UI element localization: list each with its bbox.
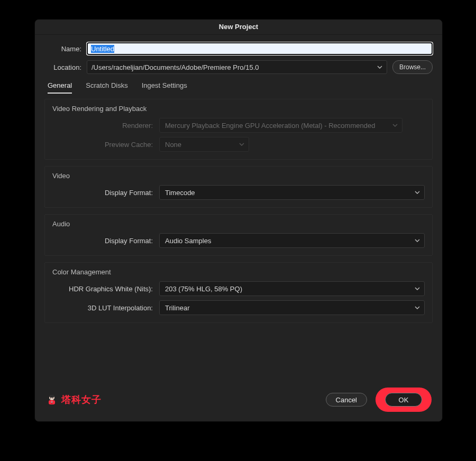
tabs: General Scratch Disks Ingest Settings: [44, 79, 433, 94]
hdr-row: HDR Graphics White (Nits): 203 (75% HLG,…: [52, 281, 425, 296]
hdr-select[interactable]: 203 (75% HLG, 58% PQ): [159, 281, 425, 296]
video-display-format-label: Display Format:: [52, 189, 159, 197]
audio-display-format-label: Display Format:: [52, 237, 159, 245]
renderer-row: Renderer: Mercury Playback Engine GPU Ac…: [52, 118, 425, 133]
lut-label: 3D LUT Interpolation:: [52, 304, 159, 312]
ok-label: OK: [399, 396, 409, 404]
group-rendering: Video Rendering and Playback Renderer: M…: [44, 99, 433, 160]
video-display-format-row: Display Format: Timecode: [52, 185, 425, 200]
renderer-value: Mercury Playback Engine GPU Acceleration…: [165, 122, 375, 130]
audio-display-format-select[interactable]: Audio Samples: [159, 233, 425, 248]
chevron-down-icon: [415, 191, 420, 194]
renderer-select: Mercury Playback Engine GPU Acceleration…: [159, 118, 402, 133]
chevron-down-icon: [239, 143, 244, 146]
hdr-label: HDR Graphics White (Nits):: [52, 285, 159, 293]
chevron-down-icon: [415, 306, 420, 309]
cancel-button[interactable]: Cancel: [326, 393, 367, 407]
lut-row: 3D LUT Interpolation: Trilinear: [52, 300, 425, 315]
group-rendering-title: Video Rendering and Playback: [52, 105, 425, 113]
svg-point-2: [52, 398, 53, 399]
group-video: Video Display Format: Timecode: [44, 166, 433, 208]
preview-cache-value: None: [165, 141, 181, 149]
chevron-down-icon: [377, 66, 382, 69]
cancel-label: Cancel: [336, 396, 357, 404]
chevron-down-icon: [392, 124, 398, 127]
location-value: /Users/racheljian/Documents/Adobe/Premie…: [91, 63, 259, 71]
lut-value: Trilinear: [165, 304, 189, 312]
tab-ingest-settings[interactable]: Ingest Settings: [142, 81, 187, 94]
dialog-footer: 3C 塔科女子 Cancel OK: [35, 388, 442, 421]
location-row: Location: /Users/racheljian/Documents/Ad…: [44, 60, 433, 74]
name-row: Name:: [44, 42, 433, 55]
svg-point-1: [50, 398, 51, 399]
group-audio-title: Audio: [52, 220, 425, 228]
new-project-dialog: New Project Name: Location: /Users/rache…: [34, 19, 443, 422]
ok-highlight: OK: [376, 388, 432, 412]
location-label: Location:: [44, 63, 87, 71]
hdr-value: 203 (75% HLG, 58% PQ): [165, 285, 242, 293]
video-display-format-select[interactable]: Timecode: [159, 185, 425, 200]
renderer-label: Renderer:: [52, 122, 159, 130]
preview-cache-select: None: [159, 137, 249, 152]
watermark-avatar-icon: 3C: [45, 393, 58, 406]
location-select[interactable]: /Users/racheljian/Documents/Adobe/Premie…: [87, 60, 387, 74]
tab-general[interactable]: General: [48, 81, 72, 94]
preview-cache-row: Preview Cache: None: [52, 137, 425, 152]
lut-select[interactable]: Trilinear: [159, 300, 425, 315]
group-audio: Audio Display Format: Audio Samples: [44, 214, 433, 256]
group-video-title: Video: [52, 172, 425, 180]
name-label: Name:: [44, 45, 87, 53]
group-color-title: Color Management: [52, 268, 425, 276]
ok-button[interactable]: OK: [385, 393, 422, 407]
audio-display-format-value: Audio Samples: [165, 237, 211, 245]
video-display-format-value: Timecode: [165, 189, 195, 197]
dialog-title: New Project: [35, 20, 442, 35]
tab-scratch-disks[interactable]: Scratch Disks: [86, 81, 127, 94]
group-color-management: Color Management HDR Graphics White (Nit…: [44, 262, 433, 323]
watermark-text: 塔科女子: [61, 393, 102, 406]
watermark-logo: 3C 塔科女子: [45, 393, 102, 406]
chevron-down-icon: [415, 287, 420, 290]
browse-label: Browse...: [399, 63, 426, 71]
audio-display-format-row: Display Format: Audio Samples: [52, 233, 425, 248]
preview-cache-label: Preview Cache:: [52, 141, 159, 149]
dialog-body: Name: Location: /Users/racheljian/Docume…: [35, 35, 442, 388]
project-name-input[interactable]: [87, 42, 433, 55]
browse-button[interactable]: Browse...: [392, 60, 433, 74]
chevron-down-icon: [415, 239, 420, 242]
